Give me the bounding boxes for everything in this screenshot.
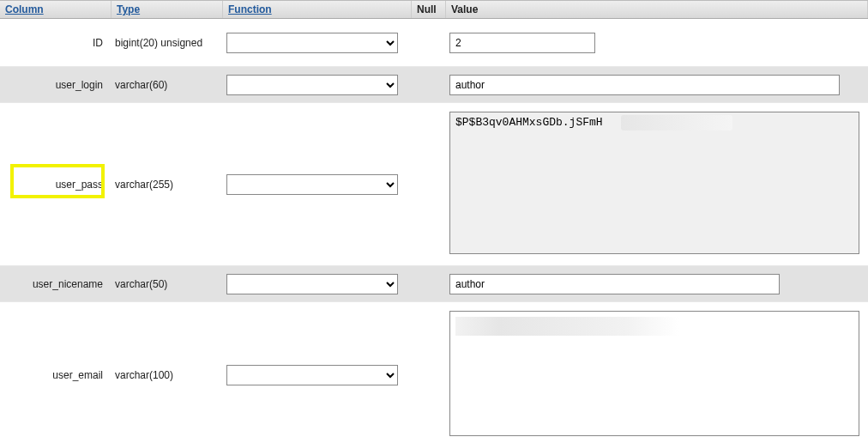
column-type: varchar(255)	[112, 179, 223, 191]
header-column[interactable]: Column	[0, 1, 112, 18]
value-textarea[interactable]	[449, 311, 859, 436]
column-type: varchar(50)	[112, 278, 223, 290]
column-name: ID	[0, 37, 112, 49]
function-select[interactable]	[226, 365, 398, 385]
function-select[interactable]	[226, 75, 398, 95]
column-name: user_login	[0, 79, 112, 91]
column-type: varchar(100)	[112, 369, 223, 381]
header-function[interactable]: Function	[223, 1, 412, 18]
function-select[interactable]	[226, 274, 398, 294]
table-row: user_emailvarchar(100)	[0, 302, 868, 443]
function-select[interactable]	[226, 33, 398, 53]
table-header: Column Type Function Null Value	[0, 0, 868, 19]
value-input[interactable]	[449, 274, 780, 294]
table-row: user_nicenamevarchar(50)	[0, 266, 868, 302]
value-input[interactable]	[449, 33, 595, 53]
value-input[interactable]	[449, 75, 840, 95]
table-row: IDbigint(20) unsigned	[0, 19, 868, 67]
column-type: bigint(20) unsigned	[112, 37, 223, 49]
function-select[interactable]	[226, 174, 398, 195]
column-name: user_email	[0, 369, 112, 381]
column-type: varchar(60)	[112, 79, 223, 91]
header-type[interactable]: Type	[112, 1, 223, 18]
table-row: user_loginvarchar(60)	[0, 67, 868, 103]
column-name: user_pass	[0, 179, 112, 191]
column-name: user_nicename	[0, 278, 112, 290]
header-null: Null	[412, 1, 446, 18]
header-value: Value	[446, 1, 868, 18]
value-textarea[interactable]	[449, 112, 859, 254]
table-row: user_passvarchar(255)	[0, 103, 868, 266]
